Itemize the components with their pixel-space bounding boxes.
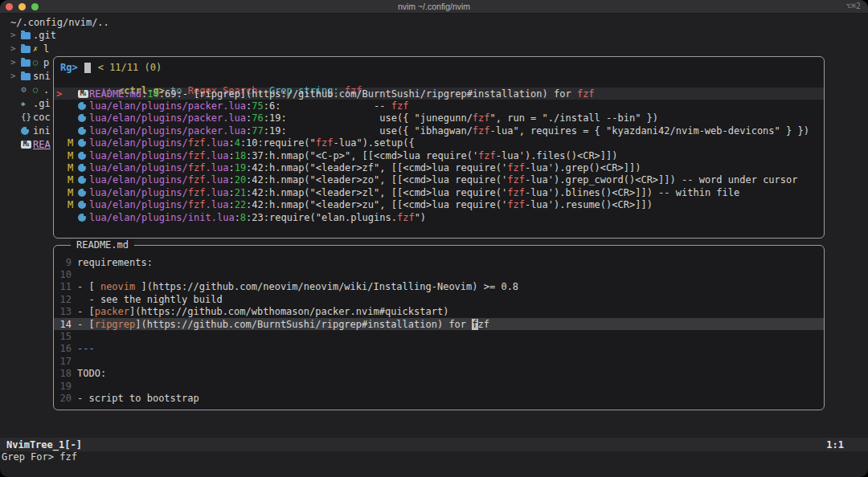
result-path: .lua — [206, 162, 229, 173]
colon: : — [228, 137, 234, 149]
git-modified-mark — [68, 125, 78, 137]
selection-spacer — [56, 162, 68, 173]
result-content: -lua", requires = { "kyazdani42/nvim-web… — [490, 125, 809, 137]
result-row[interactable]: Mlua/elan/plugins/fzf.lua:19:42:h.nmap("… — [54, 161, 824, 173]
selection-spacer — [56, 174, 68, 186]
folder-icon — [21, 46, 31, 53]
markdown-icon: M↓ — [78, 90, 88, 98]
git-modified-mark: M — [68, 174, 78, 186]
result-line-number: 76 — [252, 112, 263, 124]
command-line[interactable]: Grep For> fzf — [2, 451, 77, 464]
result-row[interactable]: Mlua/elan/plugins/fzf.lua:18:37:h.nmap("… — [54, 149, 824, 161]
preview-line-number: 18 — [54, 368, 72, 379]
result-col-number: :19: — [264, 112, 287, 124]
preview-line-number: 15 — [54, 331, 72, 342]
chevron-spacer — [10, 98, 21, 108]
braces-icon: {} — [21, 112, 31, 122]
preview-line-text: - [ripgrep](https://github.com/BurntSush… — [77, 319, 489, 330]
git-modified-mark — [68, 100, 78, 112]
chevron-right-icon: > — [10, 43, 21, 54]
preview-line-text: - see the nightly build — [77, 294, 223, 305]
tree-item-label: REA — [33, 139, 51, 150]
lua-icon — [78, 201, 86, 209]
result-row[interactable]: lua/elan/plugins/packer.lua:76:19: use({… — [54, 112, 824, 124]
folder-icon-wrap — [21, 58, 33, 67]
selection-spacer — [56, 212, 68, 223]
preview-line-text: - [packer](https://github.com/wbthomason… — [77, 306, 448, 317]
lua-icon — [78, 102, 86, 110]
lua-icon-wrap — [78, 189, 89, 197]
result-line-number: 21 — [235, 187, 246, 198]
preview-line: 15 — [54, 330, 824, 342]
preview-line: 20- script to bootstrap — [54, 392, 824, 404]
result-row[interactable]: Mlua/elan/plugins/fzf.lua:21:42:h.nmap("… — [54, 186, 824, 198]
result-text: lua/elan/plugins/fzf.lua:21:42:h.nmap("<… — [89, 187, 739, 198]
lua-icon — [78, 139, 86, 147]
folder-icon-wrap — [21, 31, 33, 39]
tree-item-l[interactable]: >✗l — [0, 42, 193, 55]
result-row[interactable]: Mlua/elan/plugins/fzf.lua:20:42:h.nmap("… — [54, 174, 824, 186]
result-row[interactable]: Mlua/elan/plugins/fzf.lua:22:42:h.nmap("… — [54, 199, 824, 211]
result-row[interactable]: Mlua/elan/plugins/fzf.lua:4:10:require("… — [54, 137, 824, 149]
result-list: > M↓README.md:14:69:- [ripgrep](https://… — [54, 88, 824, 223]
lua-icon-wrap — [78, 114, 89, 122]
lua-icon-wrap — [78, 139, 89, 147]
match-text: fzf — [507, 174, 525, 186]
result-path: lua/elan/plugins/ — [89, 187, 188, 198]
lua-icon-wrap — [21, 127, 33, 135]
result-row[interactable]: lua/elan/plugins/packer.lua:75:6: -- fzf — [54, 100, 824, 112]
lua-icon-wrap — [78, 152, 89, 160]
preview-segment: ](https://github.com/neovim/neovim/wiki/… — [135, 281, 518, 292]
match-text: fzf — [188, 162, 206, 173]
result-row[interactable]: > M↓README.md:14:69:- [ripgrep](https://… — [54, 88, 824, 100]
result-counter: < 11/11 (0) — [98, 62, 162, 73]
result-path: lua/elan/plugins/ — [89, 174, 188, 186]
selection-spacer — [56, 125, 68, 137]
gear-icon-wrap: ⚙ — [21, 85, 33, 94]
colon: : — [228, 150, 234, 161]
result-content: h.nmap("<C-p>", [[<cmd>lua require(' — [269, 150, 478, 161]
lua-icon — [21, 127, 29, 135]
result-text: lua/elan/plugins/packer.lua:75:6: -- fzf — [89, 100, 408, 112]
result-line-number: 22 — [235, 199, 246, 210]
result-row[interactable]: lua/elan/plugins/packer.lua:77:19: use({… — [54, 124, 824, 137]
result-line-number: 4 — [235, 137, 240, 149]
preview-segment: - script to bootstrap — [77, 393, 199, 404]
git-modified-mark: M — [68, 162, 78, 173]
git-modified-mark: M — [68, 150, 78, 161]
match-text: fzf — [397, 212, 415, 223]
folder-icon — [21, 32, 31, 39]
preview-segment: ripgrep — [95, 319, 136, 330]
result-line-number: 77 — [252, 125, 263, 137]
git-modified-mark — [68, 112, 78, 124]
result-path: lua/elan/plugins/packer.lua — [89, 100, 246, 112]
result-path: lua/elan/plugins/init.lua — [89, 212, 235, 223]
selection-spacer — [56, 112, 68, 124]
colon: : — [228, 187, 234, 198]
picker-prompt-row[interactable]: Rg> < 11/11 (0) — [60, 61, 824, 74]
result-path: .lua — [206, 174, 229, 186]
result-text: lua/elan/plugins/init.lua:8:23:require("… — [89, 212, 426, 223]
result-row[interactable]: lua/elan/plugins/init.lua:8:23:require("… — [54, 211, 824, 223]
preview-line-text: --- — [77, 343, 95, 354]
file-tree-root[interactable]: ~/.config/nvim/.. — [0, 14, 193, 28]
markdown-icon-wrap: M↓ — [21, 141, 33, 149]
preview-line-text: - script to bootstrap — [77, 393, 199, 404]
picker-hint-row: :: <ctrl-g> to Regex Search, Grep string… — [66, 74, 824, 87]
window-title: nvim ~/.config/nvim — [0, 2, 868, 11]
result-line-number: 14 — [147, 88, 158, 100]
result-content: h.nmap("<leader>zu", [[<cmd>lua require(… — [269, 199, 507, 210]
colon: : — [228, 199, 234, 210]
lua-icon-wrap — [78, 164, 89, 172]
result-content: require("elan.plugins. — [269, 212, 397, 223]
preview-segment: - [ — [77, 281, 100, 292]
colon: : — [228, 162, 234, 173]
braces-icon-wrap: {} — [21, 112, 33, 122]
preview-title: README.md — [71, 239, 134, 251]
result-path: lua/elan/plugins/ — [89, 150, 188, 161]
result-content: -lua").setup({ — [334, 137, 415, 149]
result-content: -lua').resume()<CR>]]) — [525, 199, 653, 210]
tree-item-dot-git[interactable]: >.git — [0, 28, 193, 42]
result-text: README.md:14:69:- [ripgrep](https://gith… — [89, 88, 595, 100]
lua-icon — [78, 214, 86, 222]
